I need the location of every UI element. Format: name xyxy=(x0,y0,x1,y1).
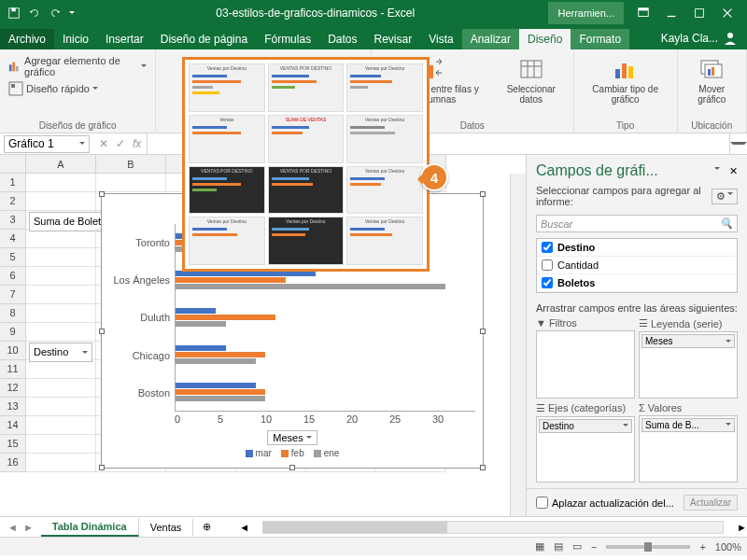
sheet-nav-next-icon[interactable]: ► xyxy=(23,522,34,533)
chart-style-thumb[interactable]: Ventas por Destino xyxy=(189,63,265,112)
update-button[interactable]: Actualizar xyxy=(684,495,738,511)
row-header[interactable]: 13 xyxy=(0,398,26,416)
chart-style-thumb[interactable]: Ventas xyxy=(189,115,265,163)
enter-formula-icon[interactable]: ✓ xyxy=(116,137,125,150)
field-boletos[interactable]: Boletos xyxy=(537,274,737,292)
sheet-tab-tabla-dinamica[interactable]: Tabla Dinámica xyxy=(41,518,139,537)
change-chart-type-button[interactable]: Cambiar tipo de gráfico xyxy=(580,53,671,107)
page-layout-view-icon[interactable]: ▤ xyxy=(554,540,563,553)
chart-style-thumb[interactable]: VENTAS POR DESTINO xyxy=(268,63,345,112)
user-account[interactable]: Kayla Cla... xyxy=(652,27,747,49)
save-icon[interactable] xyxy=(7,7,21,20)
row-header[interactable]: 16 xyxy=(0,454,26,472)
normal-view-icon[interactable]: ▦ xyxy=(535,540,544,553)
row-header[interactable]: 5 xyxy=(0,248,26,267)
vertical-scrollbar[interactable] xyxy=(510,174,526,516)
chart-style-thumb[interactable]: Ventas por Destino xyxy=(268,217,345,265)
minimize-icon[interactable] xyxy=(665,7,678,20)
svg-point-8 xyxy=(727,33,733,38)
row-header[interactable]: 14 xyxy=(0,416,26,435)
row-header[interactable]: 8 xyxy=(0,304,26,323)
row-header[interactable]: 12 xyxy=(0,379,26,398)
expand-fbar-icon[interactable] xyxy=(730,142,747,147)
area-item-suma[interactable]: Suma de B... xyxy=(641,418,735,432)
tab-inicio[interactable]: Inicio xyxy=(54,29,97,49)
maximize-icon[interactable] xyxy=(693,7,706,20)
tab-formulas[interactable]: Fórmulas xyxy=(256,29,319,49)
move-chart-button[interactable]: Mover gráfico xyxy=(684,53,740,107)
chart-style-gallery[interactable]: Ventas por Destino VENTAS POR DESTINO Ve… xyxy=(182,57,430,272)
row-header[interactable]: 9 xyxy=(0,323,26,342)
row-header[interactable]: 6 xyxy=(0,267,26,286)
tab-analizar[interactable]: Analizar xyxy=(462,29,519,49)
quick-layout-button[interactable]: Diseño rápido xyxy=(6,79,149,98)
tab-insertar[interactable]: Insertar xyxy=(97,29,152,49)
legend-drop-area[interactable]: Meses xyxy=(639,331,738,399)
row-header[interactable]: 10 xyxy=(0,342,26,360)
tab-datos[interactable]: Datos xyxy=(319,29,365,49)
hscroll-left-icon[interactable]: ◄ xyxy=(239,522,249,533)
sheet-tab-ventas[interactable]: Ventas xyxy=(139,519,194,536)
row-header[interactable]: 15 xyxy=(0,435,26,454)
area-item-destino[interactable]: Destino xyxy=(539,419,632,433)
defer-update-checkbox[interactable]: Aplazar actualización del... xyxy=(536,497,674,509)
svg-rect-1 xyxy=(11,8,15,12)
cancel-formula-icon[interactable]: ✕ xyxy=(99,137,108,150)
row-header[interactable]: 11 xyxy=(0,360,26,379)
zoom-slider[interactable] xyxy=(606,545,690,549)
taskpane-menu-icon[interactable] xyxy=(714,167,720,173)
select-data-button[interactable]: Seleccionar datos xyxy=(495,53,568,107)
col-header[interactable]: B xyxy=(96,155,166,174)
horizontal-scrollbar[interactable] xyxy=(262,521,724,534)
redo-icon[interactable] xyxy=(49,7,62,20)
area-item-meses[interactable]: Meses xyxy=(641,334,735,348)
hscroll-right-icon[interactable]: ► xyxy=(737,522,747,533)
field-search-input[interactable]: Buscar 🔍 xyxy=(536,215,738,232)
chart-legend[interactable]: mar feb ene xyxy=(109,448,475,458)
col-header[interactable]: A xyxy=(26,155,96,174)
filters-drop-area[interactable] xyxy=(536,330,635,399)
name-box[interactable]: Gráfico 1 xyxy=(4,135,90,153)
row-header[interactable]: 2 xyxy=(0,192,26,211)
chart-style-thumb[interactable]: Ventas por Destino xyxy=(346,115,423,163)
zoom-out-button[interactable]: − xyxy=(591,541,597,553)
close-icon[interactable] xyxy=(721,7,734,20)
chart-style-thumb[interactable]: Ventas por Destino xyxy=(189,217,265,265)
field-destino[interactable]: Destino xyxy=(537,239,737,257)
chart-style-thumb[interactable]: Ventas por Destino xyxy=(346,217,423,265)
row-header[interactable]: 4 xyxy=(0,230,26,248)
tab-revisar[interactable]: Revisar xyxy=(366,29,421,49)
row-header[interactable]: 1 xyxy=(0,174,26,192)
chart-style-thumb[interactable]: VENTAS POR DESTINO xyxy=(189,166,265,215)
add-chart-element-button[interactable]: Agregar elemento de gráfico xyxy=(6,53,149,79)
tab-diseno-pagina[interactable]: Diseño de página xyxy=(152,29,256,49)
chart-field-button[interactable]: Meses xyxy=(267,430,317,445)
zoom-level[interactable]: 100% xyxy=(715,541,741,553)
chart-style-thumb[interactable]: SUMA DE VENTAS xyxy=(268,115,345,163)
row-header[interactable]: 7 xyxy=(0,286,26,304)
field-cantidad[interactable]: Cantidad xyxy=(537,257,737,274)
tab-vista[interactable]: Vista xyxy=(420,29,461,49)
taskpane-tools-button[interactable]: ⚙ xyxy=(712,189,738,204)
select-all-corner[interactable] xyxy=(0,155,26,174)
pivot-rows-cell[interactable]: Destino xyxy=(29,343,92,362)
zoom-in-button[interactable]: + xyxy=(699,541,705,553)
axis-drop-area[interactable]: Destino xyxy=(536,416,635,483)
fx-icon[interactable]: fx xyxy=(133,137,141,150)
row-header[interactable]: 3 xyxy=(0,211,26,230)
values-drop-area[interactable]: Suma de B... xyxy=(639,415,738,483)
new-sheet-button[interactable]: ⊕ xyxy=(193,521,220,533)
close-taskpane-icon[interactable]: ✕ xyxy=(729,165,738,177)
page-break-view-icon[interactable]: ▭ xyxy=(572,540,582,553)
sheet-nav-prev-icon[interactable]: ◄ xyxy=(7,522,18,533)
undo-icon[interactable] xyxy=(28,7,41,20)
chart-style-thumb[interactable]: Ventas por Destino xyxy=(346,63,423,112)
axis-area-label: ☰ Ejes (categorías) xyxy=(536,402,635,414)
qat-customize-icon[interactable] xyxy=(69,11,75,17)
tab-formato[interactable]: Formato xyxy=(571,29,629,49)
tab-diseno[interactable]: Diseño xyxy=(519,29,571,49)
tab-archivo[interactable]: Archivo xyxy=(0,29,54,49)
chart-style-thumb[interactable]: VENTAS POR DESTINO xyxy=(268,166,345,215)
ribbon-options-icon[interactable] xyxy=(637,7,650,20)
group-tipo-label: Tipo xyxy=(580,120,671,131)
